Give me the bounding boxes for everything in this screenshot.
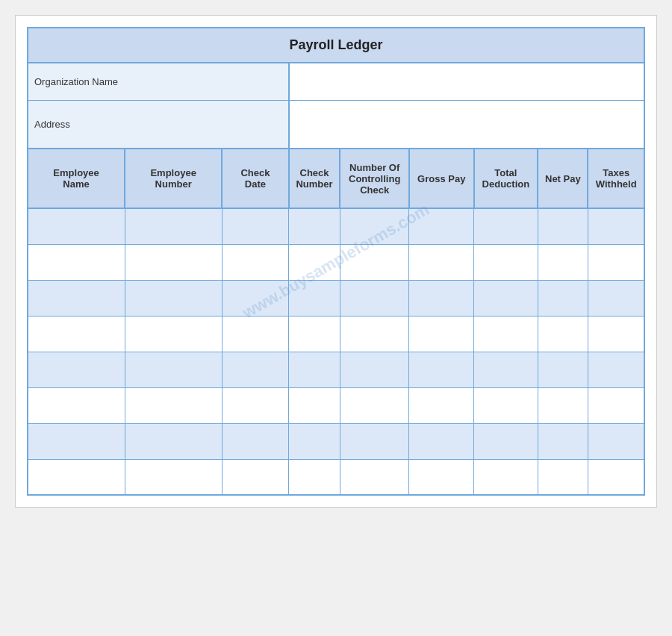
table-row bbox=[28, 280, 644, 316]
table-row bbox=[28, 459, 644, 495]
address-row: Address bbox=[28, 100, 644, 149]
organization-name-label: Organization Name bbox=[28, 63, 289, 100]
col-number-of-controlling-check: Number OfControllingCheck bbox=[340, 149, 408, 208]
col-taxes-withheld: TaxesWithheld bbox=[588, 149, 644, 208]
table-row bbox=[28, 244, 644, 280]
table-wrapper: www.buysampleforms.com Payroll Ledger Or… bbox=[27, 27, 645, 496]
col-check-number: CheckNumber bbox=[289, 149, 340, 208]
organization-name-value[interactable] bbox=[289, 63, 644, 100]
col-gross-pay: Gross Pay bbox=[409, 149, 474, 208]
address-label: Address bbox=[28, 100, 289, 149]
col-check-date: CheckDate bbox=[222, 149, 288, 208]
column-header-row: EmployeeName EmployeeNumber CheckDate Ch… bbox=[28, 149, 644, 208]
payroll-ledger-table: Payroll Ledger Organization Name Address… bbox=[27, 27, 645, 496]
title-row: Payroll Ledger bbox=[28, 28, 644, 63]
col-net-pay: Net Pay bbox=[538, 149, 588, 208]
table-row bbox=[28, 316, 644, 352]
table-row bbox=[28, 352, 644, 387]
table-title: Payroll Ledger bbox=[28, 28, 644, 63]
col-total-deduction: TotalDeduction bbox=[474, 149, 538, 208]
address-value[interactable] bbox=[289, 100, 644, 149]
col-employee-name: EmployeeName bbox=[28, 149, 125, 208]
table-row bbox=[28, 423, 644, 459]
table-row bbox=[28, 387, 644, 423]
table-row bbox=[28, 208, 644, 244]
page-container: www.buysampleforms.com Payroll Ledger Or… bbox=[15, 15, 657, 508]
organization-name-row: Organization Name bbox=[28, 63, 644, 100]
col-employee-number: EmployeeNumber bbox=[125, 149, 222, 208]
